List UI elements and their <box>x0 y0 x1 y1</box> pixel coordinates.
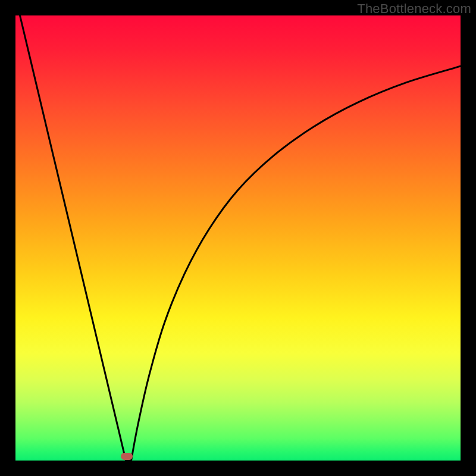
bottleneck-curve <box>20 15 461 461</box>
chart-frame: TheBottleneck.com <box>0 0 476 476</box>
curve-svg <box>15 15 461 461</box>
optimum-marker <box>121 453 133 460</box>
plot-area <box>15 15 461 461</box>
watermark-text: TheBottleneck.com <box>357 1 471 17</box>
